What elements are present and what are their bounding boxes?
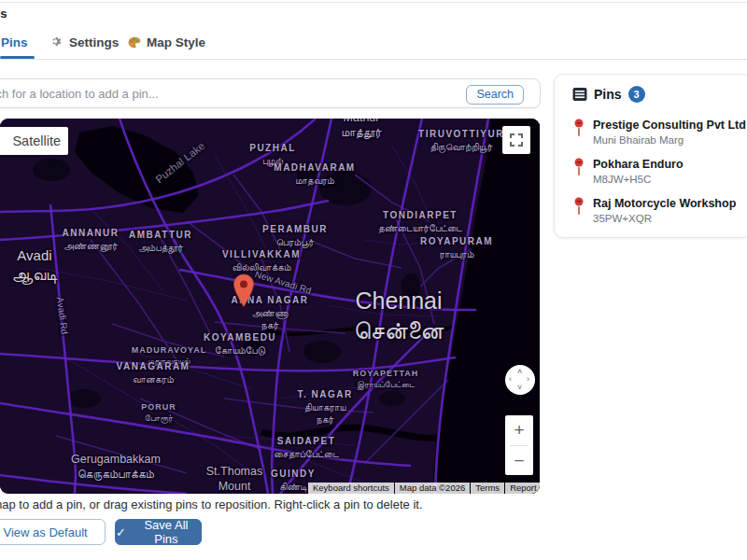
pan-right-icon: ›	[527, 375, 529, 384]
map-label-en: ROYAPETTAH	[353, 369, 419, 379]
map-label-ta: மாதவரம்	[274, 175, 355, 187]
map-label: Mathurமாத்தூர்	[341, 119, 381, 140]
map-label: VANAGARAMவானகரம்	[117, 361, 190, 385]
map-label-en: MADHAVARAM	[274, 162, 355, 175]
map-label: St.Thomas Mount	[206, 465, 262, 494]
pan-control[interactable]: ˄ ˅ ‹ ›	[505, 365, 535, 395]
map-label: KOYAMBEDUகோயம்பேடு	[204, 332, 276, 357]
report-map-error-link[interactable]: Report a map error	[505, 483, 540, 494]
zoom-in-button[interactable]: +	[505, 415, 533, 445]
pushpin-icon	[574, 197, 584, 217]
pin-item-detail: Muni Bhairab Marg	[593, 134, 746, 146]
page-title-text: Pins	[0, 7, 7, 21]
tab-map-style-label: Map Style	[147, 35, 205, 49]
list-icon	[572, 87, 587, 102]
map-label-ta: அண்ணனூர்	[62, 240, 119, 252]
tab-pins-label: Pins	[1, 35, 28, 49]
map-label-en: ROYAPURAM	[420, 236, 493, 248]
fullscreen-button[interactable]	[502, 126, 530, 154]
map-label-ta: அம்பத்தூர்	[129, 242, 192, 254]
location-search-container: Search	[0, 78, 541, 108]
map-label-ta: மாத்தூர்	[341, 126, 381, 141]
pan-left-icon: ‹	[509, 375, 512, 384]
map-label-en: GUINDY	[271, 469, 316, 481]
map-label: MADHAVARAMமாதவரம்	[274, 162, 355, 187]
map-label-en: St.Thomas Mount	[206, 465, 262, 494]
map-label: SAIDAPETசைதாப்பேட்டை	[274, 436, 339, 460]
map-label: TIRUVOTTIYURதிருவொற்றியூர்	[418, 129, 504, 153]
map-label: ROYAPETTAHஇராயப்பேட்டை	[353, 369, 419, 390]
page-title: Pins	[0, 7, 56, 21]
keyboard-shortcuts-link[interactable]: Keyboard shortcuts	[308, 483, 394, 494]
google-map[interactable]: Mathurமாத்தூர்TIRUVOTTIYURதிருவொற்றியூர்…	[0, 119, 540, 494]
map-label-en: Gerugambakkam	[71, 453, 161, 468]
pan-up-icon: ˄	[517, 368, 522, 376]
map-label: Avadiஆவடி	[12, 247, 57, 285]
pin-item-name: Pokhara Enduro	[593, 158, 684, 171]
pin-manager-page: Pins Pins Settings Map Style Search	[0, 0, 747, 560]
pushpin-icon	[574, 158, 584, 178]
map-label: ROYAPURAMராயபுரம்	[420, 236, 493, 260]
location-search-input[interactable]	[0, 80, 474, 106]
map-label: PORURபோரூர்	[141, 402, 176, 424]
search-button[interactable]: Search	[466, 85, 524, 105]
map-label-ta: ராயபுரம்	[420, 248, 493, 260]
tab-pins[interactable]: Pins	[1, 35, 28, 49]
map-hint-text: Click the map to add a pin, or drag exis…	[0, 497, 423, 511]
pin-item-detail: M8JW+H5C	[593, 174, 684, 185]
map-label-en: TONDIARPET	[378, 210, 462, 222]
map-label-ta: கெருகம்பாக்கம்	[71, 468, 161, 483]
pins-panel-header: Pins 3	[572, 86, 645, 103]
map-label-ta: சைதாப்பேட்டை	[274, 448, 339, 460]
tab-map-style[interactable]: Map Style	[128, 35, 205, 49]
map-label-ta: வானகரம்	[117, 373, 190, 385]
map-label-ta: இராயப்பேட்டை	[353, 379, 419, 390]
tab-settings[interactable]: Settings	[51, 35, 119, 49]
map-data-label: Map data ©2026	[395, 483, 470, 494]
pin-list-item[interactable]: Raj Motorcycle Workshop 35PW+XQR	[574, 197, 736, 224]
pin-list-item[interactable]: Prestige Consulting Pvt Ltd Muni Bhairab…	[574, 119, 746, 146]
map-type-satellite-button[interactable]: Satellite	[0, 127, 68, 155]
map-label: TONDIARPETதண்டையார்பேட்டை	[378, 210, 462, 234]
map-label-en: T. NAGAR	[297, 389, 352, 401]
terms-link[interactable]: Terms	[471, 483, 504, 494]
pin-item-detail: 35PW+XQR	[593, 213, 736, 224]
pin-item-name: Prestige Consulting Pvt Ltd	[593, 119, 746, 132]
map-label-en: PERAMBUR	[262, 224, 328, 236]
map-label-en: SAIDAPET	[274, 436, 339, 448]
pan-down-icon: ˅	[517, 384, 522, 392]
map-label: T. NAGARதியாகராய நகர்	[297, 389, 352, 426]
map-label-ta: அண்ணா நகர்	[232, 307, 309, 331]
map-label-en: Mathur	[341, 119, 381, 126]
top-divider	[0, 2, 747, 3]
map-label-en: MADURAVOYAL	[132, 345, 207, 356]
map-marker-pin[interactable]	[233, 273, 255, 308]
gear-icon	[51, 36, 63, 49]
tab-settings-label: Settings	[69, 35, 119, 49]
map-label-ta: பெரம்பூர்	[262, 236, 328, 248]
map-label-ta: கோயம்பேடு	[204, 344, 276, 357]
map-label-en: TIRUVOTTIYUR	[418, 129, 504, 141]
map-label: ANNANURஅண்ணனூர்	[62, 228, 119, 252]
map-label: PERAMBURபெரம்பூர்	[262, 224, 328, 248]
pin-list-item[interactable]: Pokhara Enduro M8JW+H5C	[574, 158, 684, 185]
map-label-en: PUZHAL	[249, 143, 296, 155]
active-tab-underline	[0, 56, 35, 59]
map-label-en: Chennai	[354, 287, 444, 315]
save-all-pins-button[interactable]: ✓ Save All Pins	[115, 519, 202, 545]
pins-panel: Pins 3 Prestige Consulting Pvt Ltd Muni …	[554, 74, 747, 238]
map-label-en: KOYAMBEDU	[204, 332, 276, 344]
palette-icon	[128, 36, 141, 49]
zoom-out-button[interactable]: −	[505, 446, 533, 476]
map-label-ta: தண்டையார்பேட்டை	[378, 222, 462, 234]
pin-item-text: Raj Motorcycle Workshop 35PW+XQR	[593, 197, 736, 224]
map-label-en: ANNANUR	[62, 228, 119, 240]
pushpin-icon	[574, 119, 584, 139]
map-label-ta: போரூர்	[141, 413, 176, 424]
pin-item-name: Raj Motorcycle Workshop	[593, 197, 736, 210]
map-label-en: VANAGARAM	[117, 361, 190, 373]
map-label-ta: ஆவடி	[12, 265, 57, 285]
map-label-en: VILLIVAKKAM	[222, 249, 301, 261]
map-label: Gerugambakkamகெருகம்பாக்கம்	[71, 453, 161, 482]
save-current-view-button[interactable]: Save Current View as Default	[0, 519, 106, 545]
